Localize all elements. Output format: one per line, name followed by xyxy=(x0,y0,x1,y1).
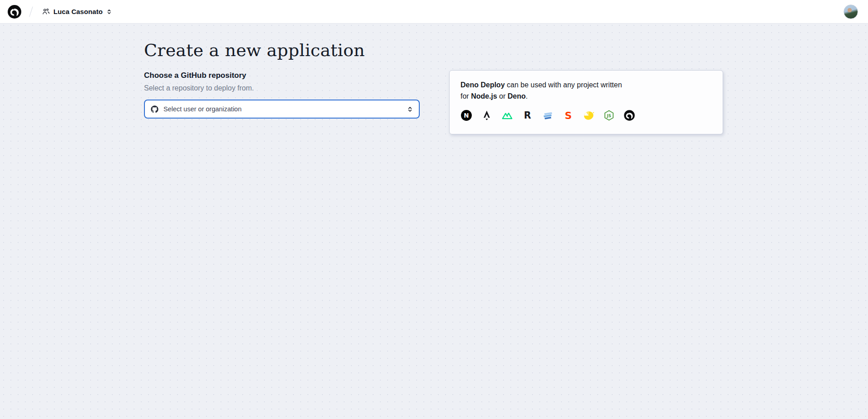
select-user-or-org-dropdown[interactable]: Select user or organization xyxy=(144,100,420,119)
main-content: Create a new application Choose a GitHub… xyxy=(0,24,868,419)
chevron-up-down-icon xyxy=(407,106,413,113)
deno-logo-icon[interactable] xyxy=(7,5,22,19)
repo-chooser-section: Choose a GitHub repository Select a repo… xyxy=(144,71,420,119)
svg-text:R: R xyxy=(524,110,531,121)
top-navbar: Luca Casonato xyxy=(0,0,868,24)
chevron-up-down-icon xyxy=(106,9,112,15)
info-text-nodejs: Node.js xyxy=(471,92,497,100)
repo-section-subheading: Select a repository to deploy from. xyxy=(144,83,420,93)
astro-icon xyxy=(481,110,493,121)
select-placeholder-text: Select user or organization xyxy=(163,105,242,113)
framework-icons-row: NRSJS xyxy=(460,110,712,121)
svelte-icon: S xyxy=(562,110,574,121)
deno-deploy-info-card: Deno Deploy can be used with any project… xyxy=(449,70,723,134)
organization-icon xyxy=(42,8,50,15)
org-name: Luca Casonato xyxy=(53,8,103,15)
user-avatar[interactable] xyxy=(844,5,858,19)
nextjs-icon: N xyxy=(460,110,472,121)
info-text-deno: Deno xyxy=(508,92,526,100)
github-icon xyxy=(151,105,158,113)
nodejs-icon: JS xyxy=(603,110,615,121)
info-text-deno-deploy: Deno Deploy xyxy=(460,81,505,89)
page-title: Create a new application xyxy=(144,40,365,62)
svg-text:S: S xyxy=(565,110,572,121)
fresh-icon xyxy=(583,110,595,121)
breadcrumb-divider xyxy=(29,6,33,17)
org-switcher[interactable]: Luca Casonato xyxy=(39,6,115,17)
remix-icon: R xyxy=(522,110,533,121)
svg-text:JS: JS xyxy=(606,114,611,118)
repo-section-heading: Choose a GitHub repository xyxy=(144,71,420,81)
info-text-period: . xyxy=(526,92,528,100)
nuxt-icon xyxy=(501,110,513,121)
info-card-text: Deno Deploy can be used with any project… xyxy=(460,79,628,102)
solidjs-icon xyxy=(542,110,554,121)
info-text-or: or xyxy=(497,92,508,100)
svg-text:N: N xyxy=(464,112,469,119)
deno-icon xyxy=(623,110,635,121)
